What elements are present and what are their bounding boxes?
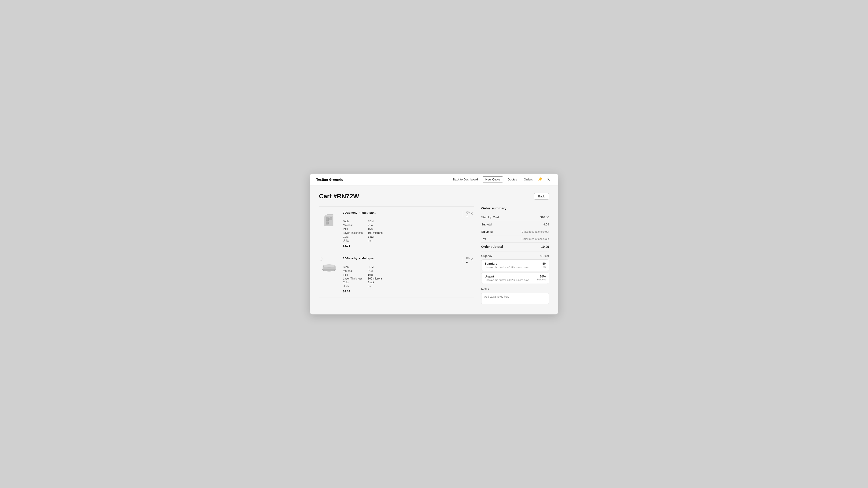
infill-label-1: Infill bbox=[343, 227, 368, 231]
svg-point-0 bbox=[548, 178, 549, 180]
back-button[interactable]: Back bbox=[534, 193, 549, 200]
subtotal-label: Subtotal bbox=[481, 223, 492, 226]
shipping-row: Shipping Calculated at checkout bbox=[481, 228, 549, 236]
urgency-standard-option[interactable]: Standard Goes on the printer in 1-6 busi… bbox=[481, 260, 549, 271]
item-2-name: 3DBenchy_-_Multi-par... bbox=[343, 257, 376, 260]
theme-toggle-icon[interactable]: ☀️ bbox=[537, 176, 544, 183]
new-quote-btn[interactable]: New Quote bbox=[482, 176, 503, 182]
item-1-name-row: 3DBenchy_-_Multi-par... Qty 1 bbox=[343, 211, 474, 217]
urgency-standard-desc: Goes on the printer in 1-6 business days bbox=[485, 266, 529, 268]
item-1-qty-value: 1 bbox=[466, 214, 468, 217]
svg-rect-4 bbox=[330, 217, 332, 220]
item-1-details: 3DBenchy_-_Multi-par... Qty 1 Tech FDM M… bbox=[343, 211, 474, 247]
item-1-name: 3DBenchy_-_Multi-par... bbox=[343, 211, 376, 214]
urgency-urgent-price-type: Percent bbox=[537, 278, 546, 281]
cart-bottom-divider bbox=[319, 298, 474, 298]
subtotal-row: Subtotal 9.09 bbox=[481, 221, 549, 228]
infill-label-2: Infill bbox=[343, 273, 368, 276]
item-1-layer: 100 microns bbox=[368, 231, 474, 235]
item-2-props: Tech FDM Material PLA Infill 15% Layer T… bbox=[343, 266, 474, 288]
orders-nav-btn[interactable]: Orders bbox=[521, 177, 535, 182]
item-2-name-row: 3DBenchy_-_Multi-par... Qty 1 bbox=[343, 257, 474, 263]
cart-section: 3DBenchy_-_Multi-par... Qty 1 Tech FDM M… bbox=[319, 206, 474, 305]
startup-value: $10.00 bbox=[540, 215, 549, 219]
page-title: Cart #RN72W bbox=[319, 193, 359, 200]
tax-value: Calculated at checkout bbox=[522, 238, 549, 241]
tech-label-1: Tech bbox=[343, 220, 368, 223]
item-2-color: Black bbox=[368, 281, 474, 284]
user-profile-icon[interactable] bbox=[545, 176, 552, 183]
urgency-urgent-price-value: 50% bbox=[537, 275, 546, 278]
material-label-2: Material bbox=[343, 269, 368, 273]
item-1-image bbox=[319, 211, 339, 231]
order-subtotal-label: Order subtotal bbox=[481, 245, 503, 248]
app-header: Testing Grounds Back to Dashboard New Qu… bbox=[310, 174, 558, 185]
urgency-standard-name: Standard bbox=[485, 262, 529, 265]
urgency-standard-price-value: $0 bbox=[541, 262, 546, 265]
item-1-material: PLA bbox=[368, 224, 474, 227]
color-label-2: Color bbox=[343, 281, 368, 284]
urgency-standard-price: $0 Flat bbox=[541, 262, 546, 268]
units-label-1: Units bbox=[343, 239, 368, 242]
urgency-urgent-name: Urgent bbox=[485, 275, 529, 278]
item-2-tech: FDM bbox=[368, 266, 474, 269]
table-row: 3DBenchy_-_Multi-par... Qty 1 Tech FDM M… bbox=[319, 207, 474, 252]
urgency-clear-button[interactable]: ✕ Clear bbox=[539, 254, 549, 257]
item-2-material: PLA bbox=[368, 269, 474, 273]
item-1-tech: FDM bbox=[368, 220, 474, 223]
summary-title: Order summary bbox=[481, 206, 549, 210]
urgency-urgent-info: Urgent Goes on the printer in 0-2 busine… bbox=[485, 275, 529, 281]
item-2-units: mm bbox=[368, 285, 474, 288]
item-1-units: mm bbox=[368, 239, 474, 242]
item-1-color: Black bbox=[368, 235, 474, 238]
svg-rect-2 bbox=[326, 217, 329, 221]
startup-label: Start Up Cost bbox=[481, 215, 499, 219]
item-2-details: 3DBenchy_-_Multi-par... Qty 1 Tech FDM M… bbox=[343, 257, 474, 293]
urgency-urgent-option[interactable]: Urgent Goes on the printer in 0-2 busine… bbox=[481, 272, 549, 284]
item-1-price: $5.71 bbox=[343, 244, 474, 247]
order-subtotal-value: 19.09 bbox=[541, 245, 549, 248]
svg-point-10 bbox=[323, 265, 336, 267]
app-logo: Testing Grounds bbox=[316, 178, 450, 181]
header-nav: Back to Dashboard New Quote Quotes Order… bbox=[450, 176, 552, 183]
urgency-header: Urgency ✕ Clear bbox=[481, 251, 549, 260]
item-1-infill: 15% bbox=[368, 227, 474, 231]
content-area: 3DBenchy_-_Multi-par... Qty 1 Tech FDM M… bbox=[319, 206, 549, 305]
main-content: Cart #RN72W Back bbox=[310, 185, 558, 314]
tax-row: Tax Calculated at checkout bbox=[481, 236, 549, 243]
order-summary: Order summary Start Up Cost $10.00 Subto… bbox=[481, 206, 549, 305]
back-to-dashboard-btn[interactable]: Back to Dashboard bbox=[450, 177, 481, 182]
urgency-urgent-desc: Goes on the printer in 0-2 business days bbox=[485, 279, 529, 281]
color-label-1: Color bbox=[343, 235, 368, 238]
notes-input[interactable] bbox=[481, 293, 549, 304]
item-2-infill: 15% bbox=[368, 273, 474, 276]
svg-rect-3 bbox=[326, 222, 329, 224]
item-2-layer: 100 microns bbox=[368, 277, 474, 280]
quotes-nav-btn[interactable]: Quotes bbox=[505, 177, 520, 182]
page-header: Cart #RN72W Back bbox=[319, 193, 549, 200]
item-1-close-button[interactable]: ✕ bbox=[469, 211, 474, 216]
table-row: 3DBenchy_-_Multi-par... Qty 1 Tech FDM M… bbox=[319, 252, 474, 298]
units-label-2: Units bbox=[343, 285, 368, 288]
svg-marker-5 bbox=[324, 214, 333, 216]
layer-label-2: Layer Thickness bbox=[343, 277, 368, 280]
layer-label-1: Layer Thickness bbox=[343, 231, 368, 235]
urgency-standard-price-type: Flat bbox=[541, 265, 546, 268]
item-2-price: $3.38 bbox=[343, 290, 474, 293]
item-2-image bbox=[319, 257, 339, 277]
app-window: Testing Grounds Back to Dashboard New Qu… bbox=[310, 174, 558, 314]
urgency-standard-info: Standard Goes on the printer in 1-6 busi… bbox=[485, 262, 529, 268]
tax-label: Tax bbox=[481, 237, 486, 241]
subtotal-value: 9.09 bbox=[544, 223, 549, 226]
item-2-close-button[interactable]: ✕ bbox=[469, 257, 474, 262]
tech-label-2: Tech bbox=[343, 266, 368, 269]
item-1-props: Tech FDM Material PLA Infill 15% Layer T… bbox=[343, 220, 474, 242]
item-2-qty-value: 1 bbox=[466, 260, 468, 263]
notes-label: Notes bbox=[481, 287, 549, 291]
urgency-label: Urgency bbox=[481, 254, 492, 257]
startup-cost-row: Start Up Cost $10.00 bbox=[481, 214, 549, 221]
notes-section: Notes bbox=[481, 287, 549, 305]
order-subtotal-row: Order subtotal 19.09 bbox=[481, 243, 549, 251]
shipping-value: Calculated at checkout bbox=[522, 230, 549, 233]
shipping-label: Shipping bbox=[481, 230, 493, 233]
